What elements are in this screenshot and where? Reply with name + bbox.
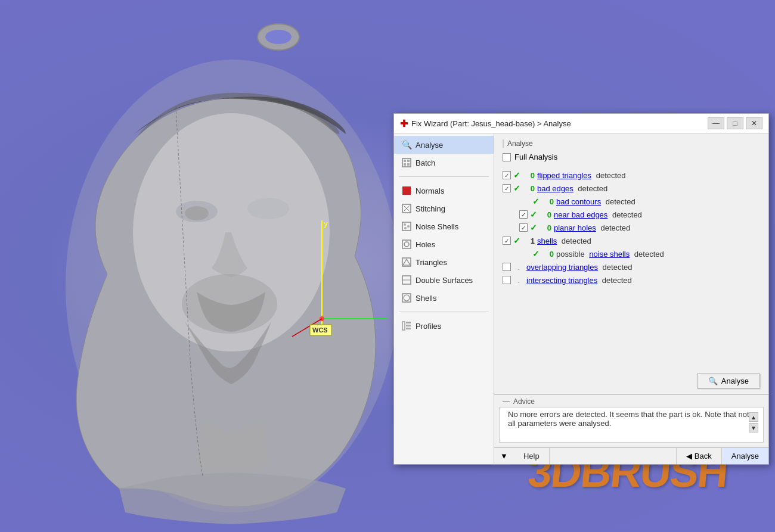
link-overlapping-triangles[interactable]: overlapping triangles bbox=[526, 263, 598, 272]
scroll-up-button[interactable]: ▲ bbox=[749, 412, 758, 422]
detected-bad-contours: detected bbox=[603, 197, 636, 206]
svg-point-5 bbox=[185, 206, 209, 220]
profiles-icon bbox=[401, 321, 412, 331]
sidebar-item-triangles[interactable]: Triangles bbox=[394, 253, 494, 271]
sidebar-item-triangles-label: Triangles bbox=[416, 258, 447, 267]
link-noise-shells[interactable]: noise shells bbox=[589, 250, 630, 259]
stitching-icon bbox=[401, 203, 412, 214]
analyse-btn-icon: 🔍 bbox=[708, 377, 718, 385]
svg-point-27 bbox=[404, 242, 409, 247]
link-intersecting-triangles[interactable]: intersecting triangles bbox=[526, 276, 597, 285]
green-check-shells: ✓ bbox=[513, 236, 520, 245]
check-row-noise-shells: ✓ 0 possible noise shells detected bbox=[503, 247, 760, 260]
link-bad-edges[interactable]: bad edges bbox=[537, 184, 574, 193]
fix-wizard-dialog: ✚ Fix Wizard (Part: Jesus_head-base) > A… bbox=[393, 113, 769, 465]
sidebar-item-stitching[interactable]: Stitching bbox=[394, 200, 494, 217]
checkbox-near-bad-edges[interactable] bbox=[519, 210, 528, 219]
link-near-bad-edges[interactable]: near bad edges bbox=[554, 210, 607, 219]
detected-shells: detected bbox=[559, 237, 591, 245]
checkbox-bad-edges[interactable] bbox=[503, 184, 511, 192]
check-row-intersecting: . intersecting triangles detected bbox=[503, 273, 760, 287]
svg-text:y: y bbox=[324, 220, 328, 228]
svg-point-6 bbox=[247, 198, 289, 219]
help-button[interactable]: Help bbox=[514, 448, 550, 464]
green-check-flipped: ✓ bbox=[513, 170, 520, 180]
link-flipped-triangles[interactable]: flipped triangles bbox=[537, 171, 591, 180]
sidebar-item-shells-label: Shells bbox=[416, 294, 436, 303]
svg-point-24 bbox=[407, 225, 410, 228]
full-analysis-label: Full Analysis bbox=[514, 153, 557, 161]
nav-section-profiles: Profiles bbox=[394, 315, 494, 337]
link-shells[interactable]: shells bbox=[537, 237, 557, 245]
check-row-flipped: ✓ 0 flipped triangles detected bbox=[503, 169, 760, 182]
scroll-down-button[interactable]: ▼ bbox=[749, 423, 758, 433]
green-check-bad-edges: ✓ bbox=[513, 183, 520, 193]
svg-rect-20 bbox=[402, 186, 411, 195]
bottom-arrow[interactable]: ▼ bbox=[494, 448, 514, 464]
svg-rect-16 bbox=[404, 160, 406, 162]
triangles-icon bbox=[401, 257, 412, 267]
full-analysis-checkbox[interactable] bbox=[503, 153, 511, 161]
full-analysis-row: Full Analysis bbox=[503, 153, 760, 161]
minimize-button[interactable]: — bbox=[708, 117, 724, 129]
dialog-controls: — □ ✕ bbox=[708, 117, 762, 129]
noise-shells-icon bbox=[401, 221, 412, 232]
bottom-tabs: ◀ Back Analyse bbox=[676, 448, 768, 464]
count-planar-holes: 0 bbox=[540, 223, 551, 232]
bottom-tab-back[interactable]: ◀ Back bbox=[676, 448, 721, 464]
sidebar-item-shells[interactable]: Shells bbox=[394, 289, 494, 307]
checkbox-planar-holes[interactable] bbox=[519, 223, 528, 232]
count-bad-edges: 0 bbox=[523, 184, 535, 193]
checkbox-shells[interactable] bbox=[503, 237, 511, 245]
sidebar-item-batch-label: Batch bbox=[416, 158, 435, 167]
green-check-noise-shells: ✓ bbox=[532, 249, 540, 259]
dialog-titlebar: ✚ Fix Wizard (Part: Jesus_head-base) > A… bbox=[394, 114, 768, 133]
batch-icon bbox=[401, 157, 412, 168]
analyse-btn-row: 🔍 Analyse bbox=[494, 370, 768, 394]
sidebar-item-normals-label: Normals bbox=[416, 186, 444, 195]
detected-bad-edges: detected bbox=[576, 184, 608, 193]
panel-group-title: Analyse bbox=[503, 139, 760, 148]
detected-intersecting: detected bbox=[600, 276, 632, 285]
count-near-bad-edges: 0 bbox=[540, 210, 551, 219]
analyse-run-button[interactable]: 🔍 Analyse bbox=[697, 374, 760, 388]
svg-rect-35 bbox=[406, 322, 411, 323]
svg-point-23 bbox=[404, 223, 406, 226]
analyse-icon: 🔍 bbox=[401, 139, 412, 150]
advice-scrollbar[interactable]: ▲ ▼ bbox=[749, 412, 758, 433]
green-check-bad-contours: ✓ bbox=[532, 197, 540, 206]
normals-icon bbox=[401, 185, 412, 196]
sidebar-item-noise-shells[interactable]: Noise Shells bbox=[394, 217, 494, 235]
title-left: ✚ Fix Wizard (Part: Jesus_head-base) > A… bbox=[400, 118, 571, 129]
svg-point-33 bbox=[404, 295, 410, 301]
nav-section-tools: Normals Stitching Noise Shells bbox=[394, 179, 494, 309]
sidebar-item-analyse[interactable]: 🔍 Analyse bbox=[394, 136, 494, 154]
count-flipped: 0 bbox=[523, 171, 535, 180]
bottom-tab-analyse[interactable]: Analyse bbox=[721, 448, 768, 464]
link-planar-holes[interactable]: planar holes bbox=[554, 223, 596, 232]
analyse-panel: Analyse Full Analysis ✓ 0 flipped triang… bbox=[494, 133, 768, 370]
checkbox-intersecting[interactable] bbox=[503, 276, 511, 284]
svg-rect-34 bbox=[402, 322, 405, 330]
sidebar-item-batch[interactable]: Batch bbox=[394, 154, 494, 172]
link-bad-contours[interactable]: bad contours bbox=[556, 197, 601, 206]
advice-title: Advice bbox=[513, 397, 535, 406]
sidebar-item-profiles[interactable]: Profiles bbox=[394, 317, 494, 335]
sidebar-item-double-surfaces-label: Double Surfaces bbox=[416, 276, 473, 285]
svg-rect-26 bbox=[402, 240, 411, 248]
sidebar-item-double-surfaces[interactable]: Double Surfaces bbox=[394, 271, 494, 289]
close-button[interactable]: ✕ bbox=[746, 117, 762, 129]
maximize-button[interactable]: □ bbox=[727, 117, 743, 129]
checkbox-flipped[interactable] bbox=[503, 171, 511, 179]
sidebar-item-holes[interactable]: Holes bbox=[394, 235, 494, 253]
holes-icon bbox=[401, 239, 412, 250]
advice-header: — Advice bbox=[494, 395, 768, 407]
check-row-near-bad-edges: ✓ 0 near bad edges detected bbox=[503, 208, 760, 221]
check-row-bad-contours: ✓ 0 bad contours detected bbox=[503, 195, 760, 208]
sidebar-divider2 bbox=[399, 312, 489, 312]
sidebar-item-stitching-label: Stitching bbox=[416, 204, 445, 213]
checkbox-overlapping[interactable] bbox=[503, 263, 511, 271]
sidebar-item-normals[interactable]: Normals bbox=[394, 182, 494, 200]
sidebar-item-profiles-label: Profiles bbox=[416, 322, 441, 331]
title-icon: ✚ bbox=[400, 118, 408, 129]
